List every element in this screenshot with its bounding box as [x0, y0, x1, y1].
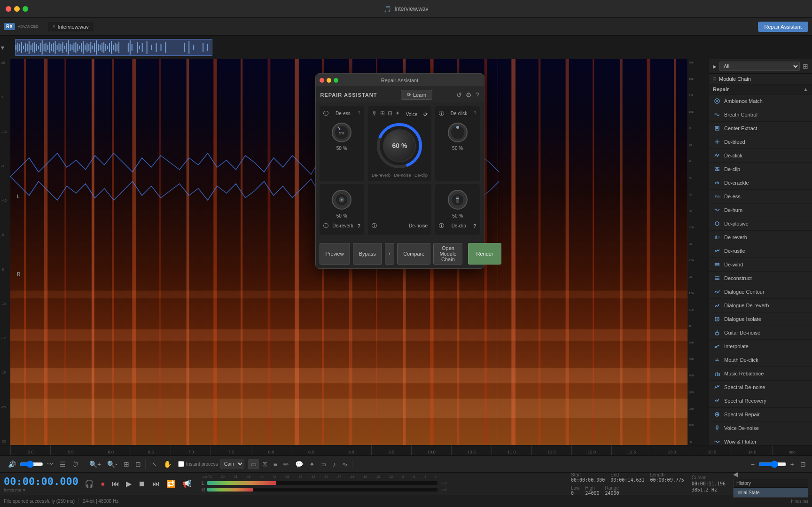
history-initial-state-item[interactable]: Initial State: [734, 488, 808, 497]
compare-button[interactable]: Compare: [397, 243, 430, 265]
module-de-wind[interactable]: De-wind: [709, 258, 812, 272]
voice-icon-1[interactable]: 🎙: [372, 110, 377, 117]
voice-icon-2[interactable]: ⊞: [380, 110, 385, 117]
panel-grid-icon[interactable]: ⊞: [803, 62, 808, 70]
module-de-reverb-list[interactable]: De-reverb: [709, 231, 812, 244]
module-ambience-match[interactable]: Ambience Match: [709, 94, 812, 108]
stop-icon[interactable]: ⏹: [136, 479, 148, 489]
module-music-rebalance[interactable]: Music Rebalance: [709, 367, 812, 381]
refresh-icon[interactable]: ↺: [456, 91, 462, 99]
zoom-reset-icon[interactable]: ⊡: [798, 459, 808, 469]
module-guitar-de-noise[interactable]: Guitar De-noise: [709, 326, 812, 340]
module-de-bleed[interactable]: De-bleed: [709, 135, 812, 149]
de-clip-knob[interactable]: [446, 188, 469, 211]
bypass-button[interactable]: Bypass: [353, 243, 382, 265]
module-filter-dropdown[interactable]: All: [719, 62, 800, 71]
de-reverb-info-icon[interactable]: ⓘ: [323, 222, 328, 229]
de-click-help-icon[interactable]: ?: [474, 111, 476, 116]
speaker-icon[interactable]: 📢: [180, 478, 194, 489]
skip-forward-icon[interactable]: ⏭: [150, 479, 162, 489]
module-interpolate[interactable]: Interpolate: [709, 340, 812, 353]
voice-help-icon[interactable]: ⟳: [423, 111, 428, 117]
de-clip-help-icon[interactable]: ?: [473, 223, 476, 229]
de-ess-info-icon[interactable]: ⓘ: [323, 110, 328, 117]
voice-icon-3[interactable]: ⊡: [388, 110, 392, 117]
module-de-ess-list[interactable]: S% De-ess: [709, 190, 812, 203]
module-de-click-list[interactable]: De-click: [709, 149, 812, 163]
instant-process-checkbox[interactable]: [178, 461, 184, 467]
settings-icon[interactable]: ⚙: [466, 91, 472, 99]
de-click-info-icon[interactable]: ⓘ: [439, 110, 444, 117]
module-dialogue-isolate[interactable]: Dialogue Isolate: [709, 312, 812, 326]
module-de-crackle[interactable]: De-crackle: [709, 176, 812, 190]
timeline-view-icon[interactable]: ⏱: [70, 459, 81, 469]
maximize-window-button[interactable]: [23, 6, 28, 12]
draw-tool-icon[interactable]: ✏: [281, 459, 291, 469]
minimize-window-button[interactable]: [14, 6, 20, 12]
time-selection-icon[interactable]: ⧖: [260, 459, 270, 469]
play-icon[interactable]: ▶: [124, 478, 134, 489]
zoom-fit-icon[interactable]: ⊞: [121, 459, 132, 469]
zoom-minus-icon[interactable]: −: [749, 459, 757, 469]
spectrogram-area[interactable]: L R Repair Assistant REPAIR ASSISTANT ⟳: [10, 59, 687, 445]
dialog-close-button[interactable]: [320, 78, 324, 83]
zoom-plus-icon[interactable]: +: [788, 459, 796, 469]
gain-select[interactable]: Gain: [220, 460, 244, 468]
timecode-expand-icon[interactable]: ▾: [23, 488, 25, 492]
loop-icon[interactable]: 🔁: [164, 478, 178, 489]
de-noise-info-icon[interactable]: ⓘ: [372, 222, 377, 229]
record-icon[interactable]: ●: [98, 479, 108, 489]
module-center-extract[interactable]: Center Extract: [709, 122, 812, 135]
lasso-tool-icon[interactable]: ⊃: [319, 459, 329, 469]
module-breath-control[interactable]: Breath Control: [709, 108, 812, 122]
magic-wand-icon[interactable]: ✦: [307, 459, 317, 469]
open-module-chain-button[interactable]: Open Module Chain: [433, 243, 462, 265]
module-deconstruct[interactable]: Deconstruct: [709, 272, 812, 285]
history-nav-icon[interactable]: ◀: [733, 470, 738, 478]
comment-tool-icon[interactable]: 💬: [293, 459, 305, 469]
nav-collapse-icon[interactable]: ▾: [1, 44, 4, 51]
selection-tool-icon[interactable]: ▭: [248, 459, 259, 469]
de-reverb-help-icon[interactable]: ?: [358, 223, 360, 229]
voice-icon-4[interactable]: ✦: [395, 110, 400, 117]
learn-button[interactable]: ⟳ Learn: [401, 90, 432, 100]
de-click-knob[interactable]: [446, 121, 469, 144]
help-icon[interactable]: ?: [476, 91, 479, 99]
waveform-toggle-icon[interactable]: 〰: [45, 459, 56, 469]
de-clip-info-icon[interactable]: ⓘ: [439, 222, 444, 229]
de-reverb-knob[interactable]: [330, 188, 353, 211]
freq-selection-icon[interactable]: ≡: [271, 459, 280, 469]
module-de-plosive[interactable]: De-plosive: [709, 217, 812, 231]
module-mouth-de-click[interactable]: Mouth De-click: [709, 353, 812, 367]
curve-tool-icon[interactable]: ∿: [340, 459, 350, 469]
tab-close-button[interactable]: ×: [53, 24, 55, 29]
repair-assistant-button[interactable]: Repair Assistant: [758, 22, 808, 32]
module-chain-item[interactable]: ≡ Module Chain: [709, 74, 812, 85]
module-de-rustle[interactable]: De-rustle: [709, 244, 812, 258]
module-spectral-repair[interactable]: Spectral Repair: [709, 408, 812, 421]
zoom-out-icon[interactable]: 🔍-: [105, 459, 120, 469]
waveform-selection[interactable]: [15, 39, 212, 56]
module-spectral-recovery[interactable]: Spectral Recovery: [709, 394, 812, 408]
dialog-minimize-button[interactable]: [327, 78, 331, 83]
module-spectral-de-noise[interactable]: Spectral De-noise: [709, 381, 812, 394]
module-de-clip-list[interactable]: De-clip: [709, 163, 812, 176]
module-dialogue-contour[interactable]: Dialogue Contour: [709, 285, 812, 299]
zoom-slider[interactable]: [758, 460, 787, 468]
de-ess-knob[interactable]: S%: [330, 121, 353, 144]
skip-back-icon[interactable]: ⏮: [109, 479, 122, 489]
plus-button[interactable]: +: [385, 243, 394, 265]
volume-slider[interactable]: [20, 460, 43, 468]
module-de-hum[interactable]: De-hum: [709, 203, 812, 217]
voice-knob[interactable]: 60 %: [376, 122, 423, 169]
file-tab[interactable]: × Interview.wav: [48, 22, 94, 31]
preview-button[interactable]: Preview: [320, 243, 350, 265]
hand-tool-icon[interactable]: ✋: [161, 459, 174, 469]
module-voice-de-noise[interactable]: Voice De-noise: [709, 421, 812, 435]
volume-icon[interactable]: 🔊: [6, 459, 18, 469]
monitor-icon[interactable]: 🎧: [82, 478, 96, 489]
select-icon[interactable]: ↖: [149, 459, 160, 469]
eq-tool-icon[interactable]: ♪: [330, 459, 338, 469]
zoom-in-icon[interactable]: 🔍+: [87, 459, 103, 469]
module-dialogue-de-reverb[interactable]: Dialogue De-reverb: [709, 299, 812, 312]
